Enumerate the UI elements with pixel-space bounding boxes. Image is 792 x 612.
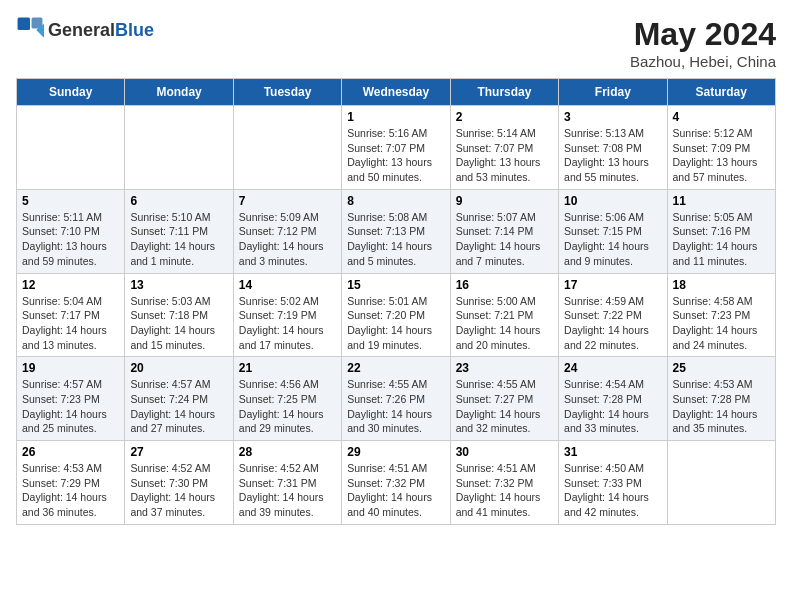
day-number: 18 [673,278,770,292]
calendar-cell: 9Sunrise: 5:07 AM Sunset: 7:14 PM Daylig… [450,189,558,273]
day-info: Sunrise: 5:00 AM Sunset: 7:21 PM Dayligh… [456,294,553,353]
calendar-cell: 30Sunrise: 4:51 AM Sunset: 7:32 PM Dayli… [450,441,558,525]
day-info: Sunrise: 5:08 AM Sunset: 7:13 PM Dayligh… [347,210,444,269]
day-number: 6 [130,194,227,208]
calendar-cell: 21Sunrise: 4:56 AM Sunset: 7:25 PM Dayli… [233,357,341,441]
day-number: 22 [347,361,444,375]
day-info: Sunrise: 4:51 AM Sunset: 7:32 PM Dayligh… [347,461,444,520]
calendar-table: SundayMondayTuesdayWednesdayThursdayFrid… [16,78,776,525]
day-number: 12 [22,278,119,292]
svg-rect-0 [18,18,30,30]
calendar-cell: 8Sunrise: 5:08 AM Sunset: 7:13 PM Daylig… [342,189,450,273]
day-number: 26 [22,445,119,459]
calendar-cell: 28Sunrise: 4:52 AM Sunset: 7:31 PM Dayli… [233,441,341,525]
day-number: 20 [130,361,227,375]
logo-text: GeneralBlue [48,20,154,41]
weekday-header-wednesday: Wednesday [342,79,450,106]
day-info: Sunrise: 4:50 AM Sunset: 7:33 PM Dayligh… [564,461,661,520]
day-info: Sunrise: 5:04 AM Sunset: 7:17 PM Dayligh… [22,294,119,353]
weekday-header-monday: Monday [125,79,233,106]
day-number: 4 [673,110,770,124]
day-number: 16 [456,278,553,292]
day-info: Sunrise: 4:52 AM Sunset: 7:31 PM Dayligh… [239,461,336,520]
day-info: Sunrise: 4:57 AM Sunset: 7:24 PM Dayligh… [130,377,227,436]
day-number: 28 [239,445,336,459]
day-number: 25 [673,361,770,375]
day-number: 24 [564,361,661,375]
calendar-cell: 25Sunrise: 4:53 AM Sunset: 7:28 PM Dayli… [667,357,775,441]
day-number: 3 [564,110,661,124]
day-info: Sunrise: 4:52 AM Sunset: 7:30 PM Dayligh… [130,461,227,520]
calendar-cell: 24Sunrise: 4:54 AM Sunset: 7:28 PM Dayli… [559,357,667,441]
day-number: 31 [564,445,661,459]
day-number: 27 [130,445,227,459]
day-info: Sunrise: 5:07 AM Sunset: 7:14 PM Dayligh… [456,210,553,269]
logo-general: General [48,20,115,41]
day-number: 9 [456,194,553,208]
calendar-cell: 27Sunrise: 4:52 AM Sunset: 7:30 PM Dayli… [125,441,233,525]
day-number: 23 [456,361,553,375]
calendar-cell: 16Sunrise: 5:00 AM Sunset: 7:21 PM Dayli… [450,273,558,357]
location-title: Bazhou, Hebei, China [630,53,776,70]
title-area: May 2024 Bazhou, Hebei, China [630,16,776,70]
page-header: GeneralBlue May 2024 Bazhou, Hebei, Chin… [16,16,776,70]
day-info: Sunrise: 5:16 AM Sunset: 7:07 PM Dayligh… [347,126,444,185]
day-info: Sunrise: 5:03 AM Sunset: 7:18 PM Dayligh… [130,294,227,353]
calendar-cell: 2Sunrise: 5:14 AM Sunset: 7:07 PM Daylig… [450,106,558,190]
calendar-cell: 15Sunrise: 5:01 AM Sunset: 7:20 PM Dayli… [342,273,450,357]
day-info: Sunrise: 5:13 AM Sunset: 7:08 PM Dayligh… [564,126,661,185]
day-number: 21 [239,361,336,375]
calendar-cell: 6Sunrise: 5:10 AM Sunset: 7:11 PM Daylig… [125,189,233,273]
day-info: Sunrise: 5:01 AM Sunset: 7:20 PM Dayligh… [347,294,444,353]
day-info: Sunrise: 4:58 AM Sunset: 7:23 PM Dayligh… [673,294,770,353]
calendar-cell: 7Sunrise: 5:09 AM Sunset: 7:12 PM Daylig… [233,189,341,273]
day-info: Sunrise: 4:57 AM Sunset: 7:23 PM Dayligh… [22,377,119,436]
day-number: 1 [347,110,444,124]
day-number: 10 [564,194,661,208]
day-info: Sunrise: 4:59 AM Sunset: 7:22 PM Dayligh… [564,294,661,353]
calendar-cell: 29Sunrise: 4:51 AM Sunset: 7:32 PM Dayli… [342,441,450,525]
calendar-cell [17,106,125,190]
week-row-4: 19Sunrise: 4:57 AM Sunset: 7:23 PM Dayli… [17,357,776,441]
weekday-header-saturday: Saturday [667,79,775,106]
calendar-cell: 23Sunrise: 4:55 AM Sunset: 7:27 PM Dayli… [450,357,558,441]
calendar-cell: 1Sunrise: 5:16 AM Sunset: 7:07 PM Daylig… [342,106,450,190]
calendar-cell [667,441,775,525]
calendar-cell: 3Sunrise: 5:13 AM Sunset: 7:08 PM Daylig… [559,106,667,190]
calendar-cell: 5Sunrise: 5:11 AM Sunset: 7:10 PM Daylig… [17,189,125,273]
calendar-cell: 10Sunrise: 5:06 AM Sunset: 7:15 PM Dayli… [559,189,667,273]
calendar-cell: 26Sunrise: 4:53 AM Sunset: 7:29 PM Dayli… [17,441,125,525]
day-number: 29 [347,445,444,459]
week-row-5: 26Sunrise: 4:53 AM Sunset: 7:29 PM Dayli… [17,441,776,525]
calendar-cell [125,106,233,190]
weekday-header-friday: Friday [559,79,667,106]
day-info: Sunrise: 5:05 AM Sunset: 7:16 PM Dayligh… [673,210,770,269]
day-info: Sunrise: 5:14 AM Sunset: 7:07 PM Dayligh… [456,126,553,185]
day-number: 19 [22,361,119,375]
day-info: Sunrise: 4:53 AM Sunset: 7:29 PM Dayligh… [22,461,119,520]
day-info: Sunrise: 5:10 AM Sunset: 7:11 PM Dayligh… [130,210,227,269]
day-number: 5 [22,194,119,208]
day-number: 7 [239,194,336,208]
day-info: Sunrise: 4:55 AM Sunset: 7:26 PM Dayligh… [347,377,444,436]
calendar-cell: 12Sunrise: 5:04 AM Sunset: 7:17 PM Dayli… [17,273,125,357]
day-number: 11 [673,194,770,208]
calendar-cell [233,106,341,190]
calendar-cell: 11Sunrise: 5:05 AM Sunset: 7:16 PM Dayli… [667,189,775,273]
calendar-cell: 18Sunrise: 4:58 AM Sunset: 7:23 PM Dayli… [667,273,775,357]
day-info: Sunrise: 5:02 AM Sunset: 7:19 PM Dayligh… [239,294,336,353]
day-number: 30 [456,445,553,459]
day-info: Sunrise: 5:09 AM Sunset: 7:12 PM Dayligh… [239,210,336,269]
day-info: Sunrise: 4:53 AM Sunset: 7:28 PM Dayligh… [673,377,770,436]
week-row-1: 1Sunrise: 5:16 AM Sunset: 7:07 PM Daylig… [17,106,776,190]
calendar-cell: 20Sunrise: 4:57 AM Sunset: 7:24 PM Dayli… [125,357,233,441]
weekday-header-sunday: Sunday [17,79,125,106]
day-number: 17 [564,278,661,292]
day-info: Sunrise: 4:55 AM Sunset: 7:27 PM Dayligh… [456,377,553,436]
calendar-cell: 19Sunrise: 4:57 AM Sunset: 7:23 PM Dayli… [17,357,125,441]
weekday-header-row: SundayMondayTuesdayWednesdayThursdayFrid… [17,79,776,106]
week-row-2: 5Sunrise: 5:11 AM Sunset: 7:10 PM Daylig… [17,189,776,273]
day-number: 15 [347,278,444,292]
day-number: 8 [347,194,444,208]
weekday-header-tuesday: Tuesday [233,79,341,106]
